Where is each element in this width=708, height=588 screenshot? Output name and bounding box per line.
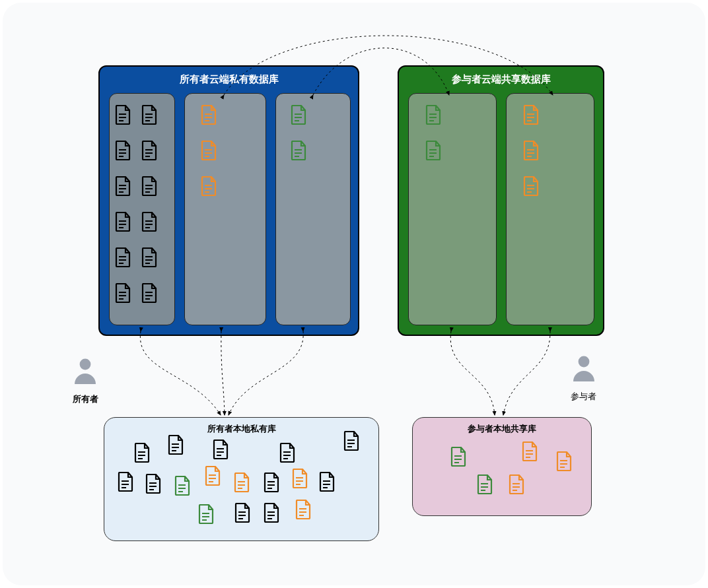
participant-db-doc-icon (523, 141, 539, 160)
owner-local-doc-icon (264, 503, 279, 523)
owner-db-doc-icon (201, 105, 217, 125)
owner-local-doc-icon (292, 469, 308, 488)
owner-local-doc-icon (145, 474, 161, 494)
owner-local-doc-icon (279, 443, 295, 463)
owner-person-label: 所有者 (73, 393, 98, 405)
owner-db-doc-icon (115, 105, 131, 125)
owner-cloud-db-title: 所有者云端私有数据库 (100, 67, 358, 90)
owner-person-icon (69, 355, 101, 387)
participant-db-doc-icon (523, 105, 539, 125)
owner-local-doc-icon (134, 443, 150, 463)
owner-db-doc-icon (201, 176, 217, 196)
owner-local-doc-icon (198, 504, 214, 524)
owner-db-doc-icon (115, 212, 131, 232)
participant-person-icon (568, 352, 600, 384)
participant-local-title: 参与者本地共享库 (413, 418, 591, 436)
owner-db-doc-icon (141, 176, 157, 196)
participant-local-doc-icon (556, 451, 572, 471)
participant-local-doc-icon (522, 441, 538, 461)
owner-db-column-2 (184, 93, 266, 325)
owner-db-column-3 (275, 93, 351, 325)
owner-local-doc-icon (343, 431, 359, 451)
svg-point-0 (80, 359, 91, 370)
owner-local-title: 所有者本地私有库 (104, 418, 378, 436)
participant-local-doc-icon (509, 474, 524, 494)
owner-local-doc-icon (295, 500, 311, 519)
owner-db-doc-icon (291, 141, 306, 160)
owner-local-doc-icon (205, 466, 221, 486)
participant-local-doc-icon (450, 447, 466, 467)
owner-db-doc-icon (115, 247, 131, 267)
owner-local-doc-icon (168, 435, 184, 455)
participant-db-doc-icon (523, 176, 539, 196)
owner-local-doc-icon (264, 473, 279, 492)
diagram-canvas: 所有者云端私有数据库 参与者云端共享数据库 所有者本地私有库 参与者本地共享库 … (3, 3, 705, 585)
owner-db-doc-icon (141, 247, 157, 267)
owner-db-doc-icon (141, 141, 157, 160)
owner-db-doc-icon (141, 283, 157, 303)
owner-db-doc-icon (201, 141, 217, 160)
participant-db-doc-icon (425, 141, 441, 160)
owner-local-doc-icon (213, 440, 229, 459)
svg-point-1 (579, 356, 590, 368)
owner-db-doc-icon (141, 212, 157, 232)
participant-person-label: 参与者 (571, 391, 596, 403)
participant-db-column-2 (506, 93, 594, 325)
owner-db-doc-icon (141, 105, 157, 125)
owner-db-doc-icon (291, 105, 306, 125)
participant-db-column-1 (408, 93, 497, 325)
participant-local-doc-icon (477, 474, 493, 494)
owner-db-doc-icon (115, 176, 131, 196)
owner-cloud-database: 所有者云端私有数据库 (98, 65, 359, 336)
owner-local-doc-icon (174, 476, 190, 496)
owner-local-doc-icon (118, 472, 133, 492)
owner-local-doc-icon (319, 472, 335, 492)
owner-db-doc-icon (115, 141, 131, 160)
owner-local-doc-icon (234, 473, 250, 492)
participant-db-doc-icon (425, 105, 441, 125)
owner-local-doc-icon (234, 503, 250, 523)
owner-db-doc-icon (115, 283, 131, 303)
participant-cloud-db-title: 参与者云端共享数据库 (399, 67, 603, 90)
